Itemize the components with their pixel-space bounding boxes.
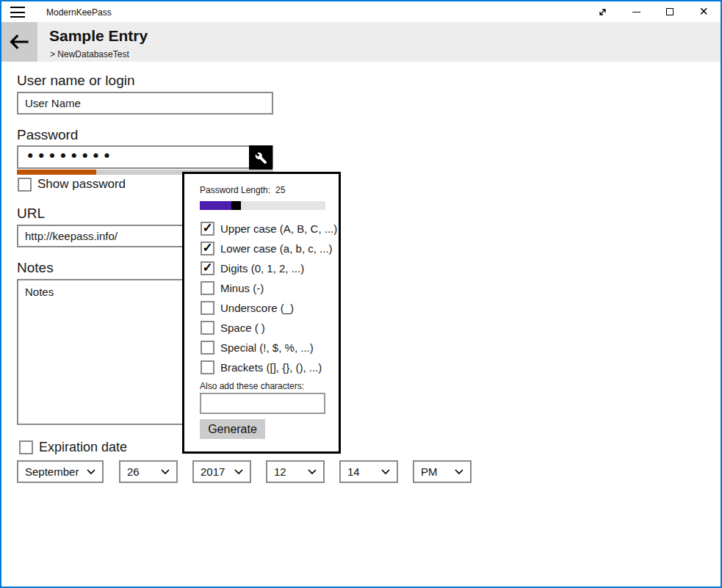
option-lower-case[interactable]: ✓ Lower case (a, b, c, ...): [201, 239, 333, 257]
generate-password-button[interactable]: [249, 145, 272, 170]
title-bar: ModernKeePass ×: [1, 1, 721, 22]
back-button[interactable]: [1, 22, 37, 62]
checkmark-icon: ✓: [202, 261, 212, 274]
chevron-down-icon: [161, 469, 170, 475]
notes-label: Notes: [17, 260, 54, 276]
option-brackets[interactable]: ✓ Brackets ([], {}, (), ...): [201, 358, 322, 376]
chevron-down-icon: [308, 469, 317, 475]
space-checkbox[interactable]: ✓: [201, 321, 214, 335]
month-dropdown[interactable]: September: [17, 460, 104, 483]
option-minus[interactable]: ✓ Minus (-): [201, 279, 264, 297]
app-window: ModernKeePass × Sample Entry > NewDataba…: [0, 0, 722, 588]
caption-buttons: ×: [585, 1, 721, 22]
password-length-slider[interactable]: [200, 201, 325, 210]
hamburger-menu-button[interactable]: [10, 7, 26, 18]
minus-checkbox[interactable]: ✓: [201, 281, 214, 295]
digits-checkbox[interactable]: ✓: [201, 261, 214, 275]
also-add-characters-input[interactable]: [200, 393, 325, 414]
day-dropdown[interactable]: 26: [119, 460, 178, 483]
checkmark-icon: ✓: [202, 242, 212, 254]
year-dropdown[interactable]: 2017: [192, 460, 251, 483]
upper-case-checkbox[interactable]: ✓: [201, 222, 214, 236]
maximize-icon: [666, 8, 674, 15]
password-generator-popup: Password Length:25 ✓ Upper case (A, B, C…: [182, 172, 341, 454]
chevron-down-icon: [87, 469, 95, 475]
chevron-down-icon: [455, 469, 463, 475]
option-upper-case[interactable]: ✓ Upper case (A, B, C, ...): [201, 219, 337, 237]
back-arrow-icon: [10, 34, 29, 50]
slider-fill: [200, 201, 231, 210]
url-label: URL: [17, 206, 45, 222]
lower-case-checkbox[interactable]: ✓: [201, 242, 214, 255]
password-field[interactable]: ••••••••: [17, 145, 273, 169]
checkmark-icon: ✓: [202, 222, 212, 234]
option-space[interactable]: ✓ Space ( ): [201, 319, 265, 336]
page-header: Sample Entry > NewDatabaseTest: [1, 22, 721, 62]
expiration-checkbox[interactable]: ✓: [19, 440, 33, 454]
masked-password-value: ••••••••: [26, 148, 113, 165]
option-underscore[interactable]: ✓ Underscore (_): [201, 299, 294, 316]
show-password-label: Show password: [37, 177, 126, 192]
special-checkbox[interactable]: ✓: [201, 341, 214, 355]
diagonal-resize-icon: [597, 7, 608, 18]
underscore-checkbox[interactable]: ✓: [201, 301, 214, 315]
wrench-icon: [255, 152, 267, 164]
expiration-label: Expiration date: [39, 440, 127, 455]
app-title: ModernKeePass: [46, 7, 112, 18]
expiration-row[interactable]: ✓ Expiration date: [19, 440, 127, 455]
show-password-checkbox[interactable]: ✓: [18, 178, 32, 192]
close-icon: ×: [699, 4, 708, 18]
minute-dropdown[interactable]: 14: [339, 460, 398, 483]
page-title: Sample Entry: [49, 27, 148, 45]
password-length-row: Password Length:25: [200, 185, 285, 195]
password-strength-fill: [17, 170, 96, 175]
breadcrumb: > NewDatabaseTest: [50, 49, 129, 59]
password-length-label: Password Length:: [200, 185, 270, 195]
password-label: Password: [17, 127, 78, 143]
fullscreen-button[interactable]: [585, 1, 619, 22]
close-button[interactable]: ×: [687, 1, 721, 22]
also-add-characters-label: Also add these characters:: [200, 381, 304, 391]
username-label: User name or login: [17, 73, 135, 89]
show-password-row[interactable]: ✓ Show password: [18, 177, 126, 192]
hamburger-icon: [10, 7, 25, 8]
hour-dropdown[interactable]: 12: [266, 460, 325, 483]
ampm-dropdown[interactable]: PM: [413, 460, 472, 483]
password-length-value: 25: [275, 185, 285, 195]
minimize-button[interactable]: [619, 1, 653, 22]
chevron-down-icon: [381, 469, 390, 475]
minimize-icon: [632, 12, 640, 12]
brackets-checkbox[interactable]: ✓: [201, 360, 214, 374]
chevron-down-icon: [234, 469, 243, 475]
option-digits[interactable]: ✓ Digits (0, 1, 2, ...): [201, 259, 304, 277]
maximize-button[interactable]: [653, 1, 687, 22]
username-input[interactable]: [17, 92, 273, 115]
option-special[interactable]: ✓ Special (!, $, %, ...): [201, 338, 314, 356]
generate-button[interactable]: Generate: [200, 419, 265, 439]
slider-thumb[interactable]: [231, 201, 241, 210]
